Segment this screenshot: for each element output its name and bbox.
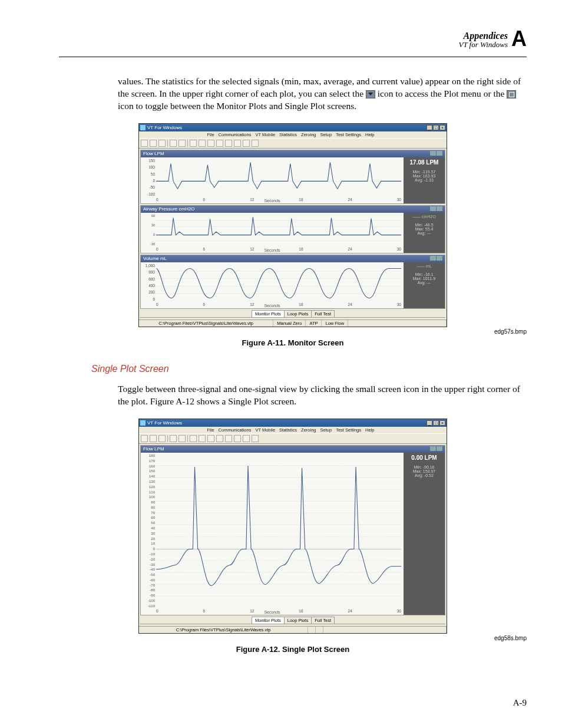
status-bar: C:\Program Files\VTPlus\Signals\LiterWav… (139, 319, 447, 327)
header-subtitle: VT for Windows (458, 40, 508, 50)
toggle-view-icon (437, 206, 442, 211)
toggle-view-icon (507, 90, 516, 98)
open-icon (150, 435, 157, 442)
plot-flow: Flow LPM 150100500-50-100 0612182430 Sec… (140, 150, 445, 204)
save-icon (141, 140, 148, 147)
toggle-view-icon (437, 256, 442, 261)
body-paragraph-1: values. The statistics for the selected … (118, 75, 527, 113)
toggle-view-icon (437, 151, 442, 156)
app-icon (140, 420, 146, 426)
plot-menu-icon (430, 151, 436, 156)
new-icon (158, 140, 166, 147)
toolbar[interactable] (139, 433, 447, 444)
view-tabs[interactable]: Monitor PlotsLoop PlotsFull Test (141, 310, 444, 317)
setup-icon (234, 435, 241, 442)
open-icon (150, 140, 157, 147)
page-number: A-9 (513, 698, 527, 708)
menu-bar[interactable]: FileCommunicationsVT MobileStatisticsZer… (139, 427, 447, 433)
figure-a11: VT For Windows _□× FileCommunicationsVT … (59, 123, 527, 347)
monitor-screen-window: VT For Windows _□× FileCommunicationsVT … (138, 123, 447, 327)
figure-a12-filename: edg58s.bmp (59, 635, 527, 641)
toggle-view-icon (437, 446, 442, 451)
menu-bar[interactable]: FileCommunicationsVT MobileStatisticsZer… (139, 131, 447, 138)
header-rule (59, 57, 527, 57)
save-icon (141, 435, 148, 442)
figure-a11-filename: edg57s.bmp (59, 328, 527, 335)
close-icon: × (439, 125, 445, 130)
print-icon (170, 435, 177, 442)
maximize-icon: □ (433, 420, 439, 426)
setup-icon (234, 140, 241, 147)
app-icon (140, 125, 146, 130)
plot-volume: Volume mL 1,0008006004002000 0612182430 … (140, 255, 445, 309)
view-tabs[interactable]: Monitor PlotsLoop PlotsFull Test (141, 617, 444, 624)
figure-a12-caption: Figure A-12. Single Plot Screen (59, 645, 527, 654)
toolbar[interactable] (139, 138, 447, 149)
maximize-icon: □ (433, 125, 439, 130)
new-icon (158, 435, 166, 442)
figure-a12: VT For Windows _□× FileCommunicationsVT … (59, 419, 527, 654)
single-plot-window: VT For Windows _□× FileCommunicationsVT … (138, 419, 447, 634)
minimize-icon: _ (427, 420, 432, 426)
print-icon (170, 140, 177, 147)
section-heading-single-plot: Single Plot Screen (91, 364, 527, 374)
body-paragraph-2: Toggle between three-signal and one-sign… (118, 383, 527, 408)
window-controls[interactable]: _□× (426, 420, 445, 426)
plot-menu-icon (366, 90, 375, 98)
figure-a11-caption: Figure A-11. Monitor Screen (59, 338, 527, 347)
plot-menu-icon (430, 256, 436, 261)
preview-icon (178, 435, 186, 442)
zero-icon (190, 435, 197, 442)
window-titlebar: VT For Windows _□× (139, 419, 447, 427)
sigma-icon (207, 140, 214, 147)
preview-icon (178, 140, 186, 147)
plot-airway-pressure: Airway Pressure cmH2O 60300-30 061218243… (140, 205, 445, 253)
minimize-icon: _ (427, 125, 432, 130)
close-icon: × (439, 420, 445, 426)
plot-menu-icon (430, 206, 436, 211)
plot-menu-icon (430, 446, 436, 451)
plot-flow-single: Flow LPM 1801701601501401301201101009080… (140, 445, 445, 615)
zero-icon (190, 140, 197, 147)
window-controls[interactable]: _□× (426, 125, 445, 130)
sigma-icon (207, 435, 214, 442)
page-header: Appendices VT for Windows A (458, 28, 527, 50)
appendix-letter: A (511, 28, 527, 50)
window-titlebar: VT For Windows _□× (139, 124, 447, 131)
status-bar: C:\Program Files\VTPlus\Signals\LiterWav… (139, 626, 447, 633)
